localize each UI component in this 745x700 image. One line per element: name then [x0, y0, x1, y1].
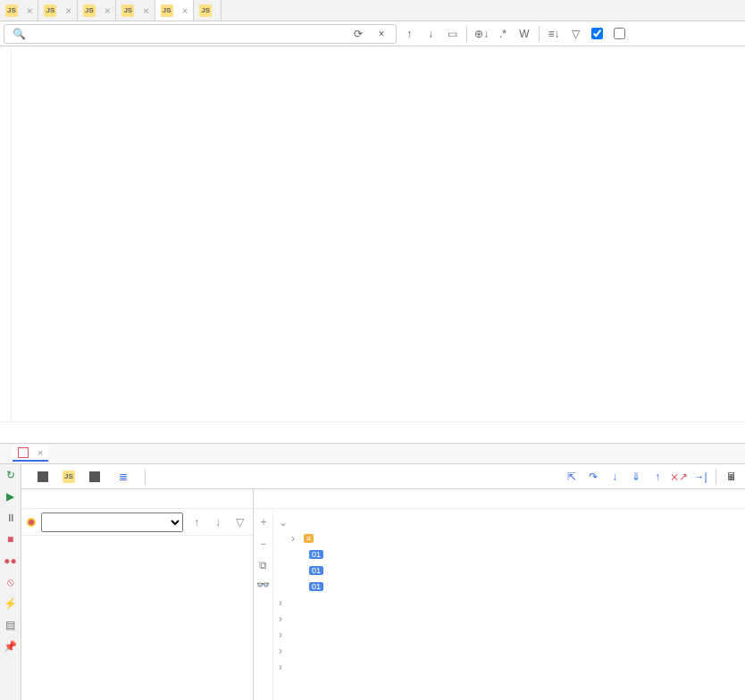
- debug-config-tab[interactable]: ×: [13, 446, 48, 462]
- close-icon[interactable]: ×: [182, 5, 188, 16]
- find-input-wrap: 🔍 ⟳ ×: [4, 24, 397, 44]
- frames-panel: ↑ ↓ ▽: [21, 489, 254, 700]
- js-icon: JS: [63, 471, 75, 483]
- step-into-icon[interactable]: ↓: [607, 469, 623, 485]
- show-exec-point-icon[interactable]: ⇱: [564, 469, 580, 485]
- find-bar: 🔍 ⟳ × ↑ ↓ ▭ ⊕↓ .* W ≡↓ ▽: [0, 21, 745, 46]
- debug-side-toolbar: ↻ ▶ ⏸ ■ ●● ⦸ ⚡ ▤ 📌: [0, 464, 21, 700]
- chevron-right-icon[interactable]: ›: [279, 629, 288, 641]
- debugger-tabs: JS ≣ ⇱ ↷ ↓ ⇓ ↑ ⨯↗ →| 🖩: [21, 464, 745, 489]
- close-icon[interactable]: ×: [38, 447, 43, 458]
- code-area[interactable]: [26, 46, 745, 421]
- js-icon: JS: [83, 4, 96, 17]
- resume-icon[interactable]: ▶: [4, 489, 18, 504]
- variables-toolbar: ＋ － ⧉ 👓: [254, 509, 273, 700]
- prev-match-icon[interactable]: ↑: [400, 25, 418, 43]
- breakpoint-gutter[interactable]: [12, 46, 26, 421]
- chevron-right-icon[interactable]: ›: [279, 661, 288, 673]
- words-icon[interactable]: W: [515, 25, 533, 43]
- evaluate-icon[interactable]: 🖩: [724, 469, 740, 485]
- chevron-right-icon[interactable]: ›: [279, 596, 288, 609]
- line-gutter: [0, 46, 12, 421]
- frames-toolbar: ↑ ↓ ▽: [21, 509, 253, 536]
- debug-panel: ↻ ▶ ⏸ ■ ●● ⦸ ⚡ ▤ 📌 JS ≣ ⇱ ↷ ↓ ⇓ ↑ ⨯↗ →|: [0, 464, 745, 700]
- frame-list[interactable]: [21, 536, 253, 700]
- close-icon[interactable]: ×: [143, 5, 148, 16]
- glasses-icon[interactable]: 👓: [256, 579, 270, 591]
- tab-build-chunk-graph[interactable]: JS×: [78, 0, 116, 21]
- search-icon: 🔍: [10, 25, 28, 43]
- step-over-icon[interactable]: ↷: [585, 469, 601, 485]
- find-input[interactable]: [33, 28, 344, 40]
- chevron-down-icon[interactable]: ⌄: [279, 516, 288, 529]
- clear-icon[interactable]: ×: [372, 25, 390, 43]
- close-icon[interactable]: ×: [65, 5, 71, 16]
- tab-split-chunks-plugin[interactable]: JS×: [116, 0, 155, 21]
- js-icon: JS: [121, 4, 134, 17]
- drop-frame-icon[interactable]: ⨯↗: [671, 469, 687, 485]
- debug-bar: ×: [0, 443, 745, 464]
- frames-header: [21, 489, 253, 509]
- tab-scripts[interactable]: JS: [63, 471, 79, 483]
- pause-icon[interactable]: ⏸: [4, 511, 18, 525]
- chevron-right-icon[interactable]: ›: [291, 532, 300, 545]
- match-case-checkbox[interactable]: [591, 28, 607, 39]
- thread-status-icon: [27, 518, 36, 527]
- duplicate-icon[interactable]: ⧉: [259, 559, 267, 571]
- settings-icon[interactable]: ▤: [4, 618, 18, 632]
- remove-watch-icon[interactable]: －: [258, 537, 269, 552]
- var-badge-icon: 01: [309, 582, 323, 591]
- code-editor[interactable]: [0, 46, 745, 421]
- step-out-icon[interactable]: ↑: [649, 469, 665, 485]
- view-breakpoints-icon[interactable]: ●●: [4, 554, 18, 568]
- select-all-icon[interactable]: ▭: [443, 25, 461, 43]
- threads-icon[interactable]: ≣: [114, 468, 132, 486]
- close-icon[interactable]: ×: [27, 5, 32, 16]
- stop-icon[interactable]: ■: [4, 532, 18, 546]
- thunder-icon[interactable]: ⚡: [4, 596, 18, 611]
- variables-tree[interactable]: ⌄ ›≡ 01 01 01 › › › › ›: [273, 509, 745, 700]
- mute-breakpoints-icon[interactable]: ⦸: [4, 575, 18, 589]
- add-watch-icon[interactable]: ＋: [258, 514, 269, 529]
- step-controls: ⇱ ↷ ↓ ⇓ ↑ ⨯↗ →| 🖩: [564, 469, 740, 485]
- var-badge-icon: ≡: [304, 534, 314, 543]
- js-icon: JS: [199, 4, 212, 17]
- next-match-icon[interactable]: ↓: [422, 25, 439, 43]
- var-badge-icon: 01: [309, 566, 323, 575]
- words-checkbox[interactable]: [614, 28, 629, 39]
- tab-console[interactable]: [38, 471, 52, 482]
- run-to-cursor-icon[interactable]: →|: [692, 469, 708, 485]
- variables-panel: ＋ － ⧉ 👓 ⌄ ›≡ 01 01 01 › › › ›: [254, 489, 745, 700]
- js-icon: JS: [44, 4, 56, 17]
- pin-icon[interactable]: 📌: [4, 639, 18, 654]
- filter-frames-icon[interactable]: ▽: [231, 514, 247, 530]
- history-icon[interactable]: ⟳: [349, 25, 367, 43]
- filter-icon[interactable]: ▽: [566, 25, 584, 43]
- js-icon: JS: [5, 4, 18, 17]
- editor-tabs: JS× JS× JS× JS× JS× JS: [0, 0, 745, 21]
- breadcrumb[interactable]: [0, 421, 745, 443]
- tab-vue-config[interactable]: JS×: [0, 0, 38, 21]
- filter-settings-icon[interactable]: ≡↓: [545, 25, 563, 43]
- next-frame-icon[interactable]: ↓: [210, 514, 226, 530]
- add-selection-icon[interactable]: ⊕↓: [473, 25, 490, 43]
- tab-debugger-console[interactable]: [89, 471, 104, 482]
- debug-config-icon: [18, 447, 29, 458]
- prev-frame-icon[interactable]: ↑: [188, 514, 205, 530]
- regex-icon[interactable]: .*: [494, 25, 512, 43]
- variables-header: [254, 489, 745, 509]
- force-step-into-icon[interactable]: ⇓: [628, 469, 644, 485]
- close-icon[interactable]: ×: [105, 5, 110, 16]
- tab-named-chunk-ids-plugin[interactable]: JS×: [155, 0, 194, 21]
- tab-compilation[interactable]: JS×: [38, 0, 77, 21]
- rerun-icon[interactable]: ↻: [4, 468, 18, 482]
- var-badge-icon: 01: [309, 550, 323, 559]
- thread-select[interactable]: [41, 512, 183, 532]
- js-icon: JS: [161, 4, 173, 17]
- tab-3042[interactable]: JS: [194, 0, 222, 21]
- chevron-right-icon[interactable]: ›: [279, 645, 288, 657]
- chevron-right-icon[interactable]: ›: [279, 612, 288, 625]
